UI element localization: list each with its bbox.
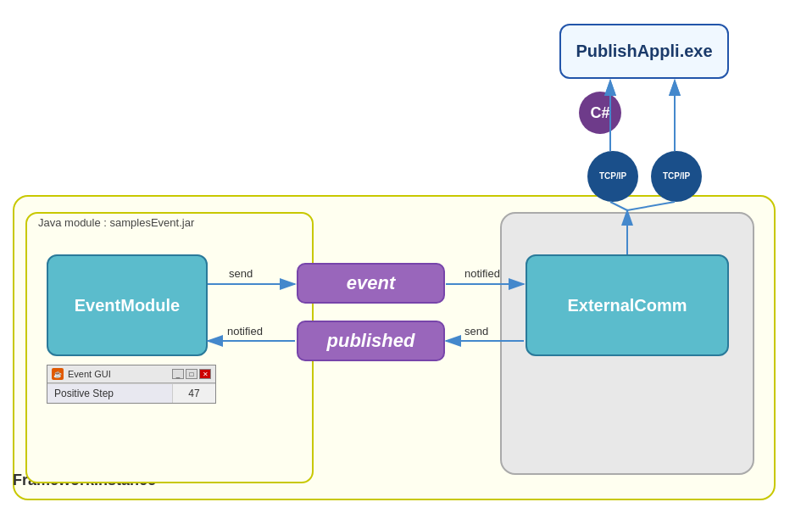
event-module-label: EventModule: [75, 296, 180, 315]
close-button[interactable]: ✕: [199, 369, 211, 379]
maximize-button[interactable]: □: [186, 369, 197, 379]
tcpip-left-icon: TCP/IP: [587, 151, 638, 202]
send-bottom-label: send: [464, 325, 488, 338]
external-comm-box: ExternalComm: [526, 254, 729, 356]
publish-appli-box: PublishAppli.exe: [559, 24, 729, 79]
java-icon: ☕: [52, 368, 64, 380]
event-module-box: EventModule: [47, 254, 208, 356]
positive-step-value: 47: [173, 384, 215, 403]
event-gui-titlebar: ☕ Event GUI _ □ ✕: [47, 365, 215, 383]
published-box: published: [297, 321, 445, 361]
publish-appli-label: PublishAppli.exe: [576, 42, 712, 61]
tcpip-right-label: TCP/IP: [663, 171, 690, 181]
notified-top-label: notified: [464, 267, 500, 280]
event-gui-window: ☕ Event GUI _ □ ✕ Positive Step 47: [47, 365, 216, 404]
tcpip-right-icon: TCP/IP: [651, 151, 702, 202]
event-gui-row: Positive Step 47: [47, 383, 215, 403]
published-box-label: published: [327, 330, 415, 352]
tcpip-left-label: TCP/IP: [599, 171, 626, 181]
external-comm-label: ExternalComm: [567, 296, 687, 315]
csharp-icon: C#: [579, 92, 621, 134]
event-gui-controls: _ □ ✕: [172, 369, 211, 379]
java-module-label: Java module : samplesEvent.jar: [38, 216, 194, 229]
send-top-label: send: [229, 267, 253, 280]
positive-step-label: Positive Step: [47, 384, 173, 403]
event-box-label: event: [347, 272, 395, 294]
event-gui-title-label: Event GUI: [68, 369, 111, 379]
minimize-button[interactable]: _: [172, 369, 184, 379]
notified-bottom-label: notified: [227, 325, 263, 338]
csharp-label: C#: [590, 104, 609, 122]
event-gui-title: ☕ Event GUI: [52, 368, 111, 380]
event-box: event: [297, 263, 445, 304]
